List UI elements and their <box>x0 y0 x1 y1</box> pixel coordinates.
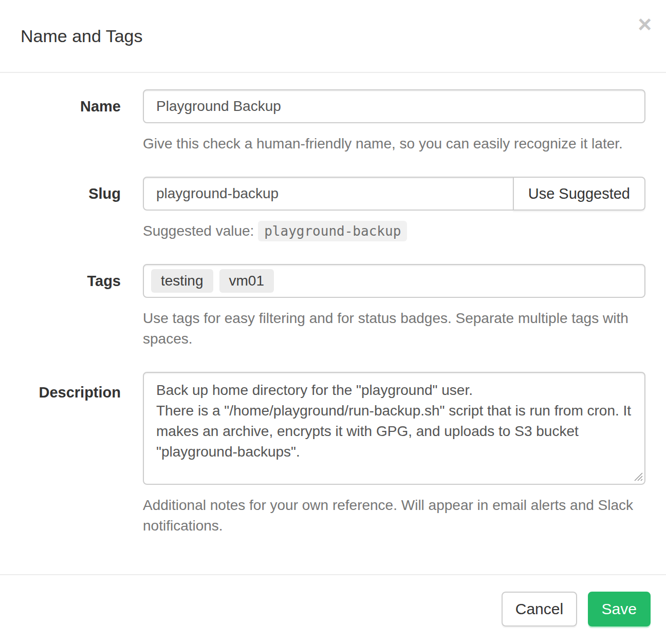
description-textarea[interactable]: Back up home directory for the "playgrou… <box>143 372 645 485</box>
tags-input[interactable]: testing vm01 <box>143 264 645 298</box>
modal-body: Name Give this check a human-friendly na… <box>0 73 666 574</box>
tags-label: Tags <box>21 264 143 349</box>
tags-field-group: Tags testing vm01 Use tags for easy filt… <box>21 264 645 349</box>
modal-footer: Cancel Save <box>0 574 666 641</box>
slug-input[interactable] <box>143 177 514 211</box>
cancel-button[interactable]: Cancel <box>502 592 577 627</box>
tags-field-col: testing vm01 Use tags for easy filtering… <box>143 264 645 349</box>
use-suggested-button[interactable]: Use Suggested <box>513 177 645 211</box>
description-field-group: Description Back up home directory for t… <box>21 372 645 536</box>
modal-title: Name and Tags <box>21 25 645 47</box>
description-textarea-wrap: Back up home directory for the "playgrou… <box>143 372 645 485</box>
name-and-tags-modal: Name and Tags × Name Give this check a h… <box>0 0 666 641</box>
slug-field-group: Slug Use Suggested Suggested value: play… <box>21 177 645 241</box>
slug-suggested-line: Suggested value: playground-backup <box>143 221 645 241</box>
name-input[interactable] <box>143 89 645 123</box>
resize-grip-icon[interactable] <box>634 472 643 481</box>
name-field-group: Name Give this check a human-friendly na… <box>21 89 645 154</box>
slug-label: Slug <box>21 177 143 241</box>
description-help-text: Additional notes for your own reference.… <box>143 495 645 536</box>
modal-header: Name and Tags × <box>0 0 666 73</box>
close-icon[interactable]: × <box>638 12 652 36</box>
slug-input-group: Use Suggested <box>143 177 645 211</box>
name-label: Name <box>21 89 143 154</box>
suggested-slug-value: playground-backup <box>258 221 407 241</box>
save-button[interactable]: Save <box>588 592 651 627</box>
tag-chip: testing <box>151 269 213 293</box>
name-field-col: Give this check a human-friendly name, s… <box>143 89 645 154</box>
suggested-value-prefix: Suggested value: <box>143 223 254 239</box>
tags-help-text: Use tags for easy filtering and for stat… <box>143 308 645 349</box>
description-field-col: Back up home directory for the "playgrou… <box>143 372 645 536</box>
slug-field-col: Use Suggested Suggested value: playgroun… <box>143 177 645 241</box>
name-help-text: Give this check a human-friendly name, s… <box>143 134 645 154</box>
tag-chip: vm01 <box>219 269 274 293</box>
description-label: Description <box>21 372 143 536</box>
